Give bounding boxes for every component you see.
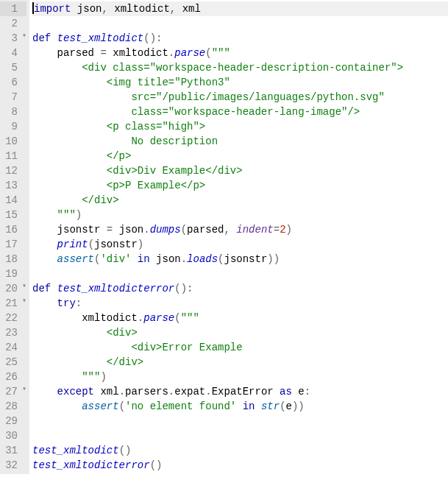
token-op: : <box>305 386 310 398</box>
token-name: ExpatError <box>212 386 280 398</box>
token-kw: as <box>280 386 292 398</box>
token-str: """ <box>32 209 76 221</box>
token-str: class="workspace-header-lang-image"/> <box>32 106 360 118</box>
code-line[interactable]: print(jsonstr) <box>32 237 448 252</box>
token-str: </div> <box>32 194 119 206</box>
code-line[interactable]: test_xmltodicterror() <box>32 458 448 473</box>
code-line[interactable]: </div> <box>32 355 448 370</box>
token-op: ( <box>181 224 187 236</box>
token-op: ( <box>119 400 125 412</box>
token-str: <div> <box>32 327 138 339</box>
line-number: 28 <box>0 399 26 414</box>
token-name <box>32 239 57 250</box>
line-number: 17 <box>0 237 26 252</box>
token-op: ( <box>205 47 211 59</box>
code-line[interactable]: </p> <box>32 149 448 163</box>
line-number: 14 <box>0 193 26 208</box>
code-line[interactable]: import json, xmltodict, xml <box>32 1 448 16</box>
token-op: () <box>150 459 163 471</box>
token-op: , <box>102 3 107 15</box>
token-name: e <box>292 386 305 398</box>
line-number: 6 <box>0 75 26 90</box>
token-name: parsed <box>32 47 100 59</box>
token-name <box>51 283 57 294</box>
code-line[interactable]: <div>Error Example <box>32 340 448 355</box>
token-str: <div>Div Example</div> <box>32 165 243 177</box>
token-str: 'div' <box>100 253 131 265</box>
token-op: , <box>224 224 237 236</box>
code-line[interactable]: No description <box>32 134 448 149</box>
line-number: 13 <box>0 178 26 193</box>
token-op: = <box>100 47 106 59</box>
code-line[interactable]: </div> <box>32 193 448 208</box>
token-fn: test_xmltodict <box>57 32 144 44</box>
token-op: . <box>181 253 187 265</box>
token-name: e <box>286 400 292 412</box>
token-name <box>32 400 82 412</box>
token-op: , <box>170 3 176 15</box>
token-str: <p>P Example</p> <box>32 180 205 191</box>
code-line[interactable]: <div class="workspace-header-description… <box>32 60 448 75</box>
code-line[interactable] <box>32 266 448 281</box>
code-line[interactable]: def test_xmltodicterror(): <box>32 281 448 296</box>
code-line[interactable]: except xml.parsers.expat.ExpatError as e… <box>32 384 448 399</box>
token-str: <p class="high"> <box>32 121 205 133</box>
fold-open-icon[interactable]: ▾ <box>19 32 26 40</box>
code-line[interactable]: parsed = xmltodict.parse(""" <box>32 46 448 60</box>
token-fn: parse <box>174 47 205 59</box>
code-line[interactable]: <img title="Python3" <box>32 75 448 90</box>
token-op: . <box>143 224 149 236</box>
code-line[interactable] <box>32 428 448 443</box>
token-name: xmltodict <box>108 3 170 15</box>
token-op: ) <box>100 371 106 383</box>
code-line[interactable]: jsonstr = json.dumps(parsed, indent=2) <box>32 222 448 237</box>
token-op: = <box>274 224 280 236</box>
line-number-gutter: 123▾4567891011121314151617181920▾21▾2223… <box>0 0 29 474</box>
code-line[interactable]: <div> <box>32 325 448 340</box>
code-area[interactable]: import json, xmltodict, xmldef test_xmlt… <box>29 0 448 474</box>
code-line[interactable]: <div>Div Example</div> <box>32 163 448 178</box>
token-op: ) <box>286 224 292 236</box>
token-kw: try <box>57 297 76 309</box>
token-fn: print <box>57 239 88 250</box>
token-op: (): <box>174 283 193 294</box>
fold-open-icon[interactable]: ▾ <box>19 386 26 393</box>
token-name <box>255 400 261 412</box>
line-number: 9 <box>0 119 26 134</box>
line-number: 24 <box>0 340 26 355</box>
code-line[interactable]: test_xmltodict() <box>32 443 448 458</box>
fold-open-icon[interactable]: ▾ <box>19 297 26 305</box>
code-line[interactable]: """) <box>32 370 448 384</box>
code-line[interactable]: class="workspace-header-lang-image"/> <box>32 105 448 119</box>
token-str: <div>Error Example <box>32 342 243 353</box>
token-kw: in <box>243 400 255 412</box>
code-line[interactable]: def test_xmltodict(): <box>32 31 448 46</box>
token-kw: def <box>32 283 51 294</box>
code-line[interactable]: """) <box>32 208 448 222</box>
line-number: 18 <box>0 252 26 266</box>
code-line[interactable]: src="/public/images/languages/python.svg… <box>32 90 448 105</box>
token-op: . <box>119 386 125 398</box>
token-name: jsonstr <box>32 224 107 236</box>
token-kw: except <box>57 386 94 398</box>
code-line[interactable]: assert('no element found' in str(e)) <box>32 399 448 414</box>
line-number: 22 <box>0 311 26 325</box>
code-line[interactable]: assert('div' in json.loads(jsonstr)) <box>32 252 448 266</box>
code-line[interactable]: <p>P Example</p> <box>32 178 448 193</box>
fold-open-icon[interactable]: ▾ <box>19 283 26 290</box>
token-name: jsonstr <box>94 239 138 250</box>
token-name: parsed <box>187 224 224 236</box>
line-number: 26 <box>0 370 26 384</box>
line-number: 11 <box>0 149 26 163</box>
code-line[interactable]: try: <box>32 296 448 311</box>
code-line[interactable]: <p class="high"> <box>32 119 448 134</box>
token-fn: parse <box>143 312 174 324</box>
token-op: (): <box>143 32 162 44</box>
line-number: 20▾ <box>0 281 26 296</box>
code-line[interactable]: xmltodict.parse(""" <box>32 311 448 325</box>
token-op: ( <box>88 239 94 250</box>
code-line[interactable] <box>32 16 448 31</box>
line-number: 29 <box>0 414 26 428</box>
code-line[interactable] <box>32 414 448 428</box>
code-editor[interactable]: 123▾4567891011121314151617181920▾21▾2223… <box>0 0 448 474</box>
